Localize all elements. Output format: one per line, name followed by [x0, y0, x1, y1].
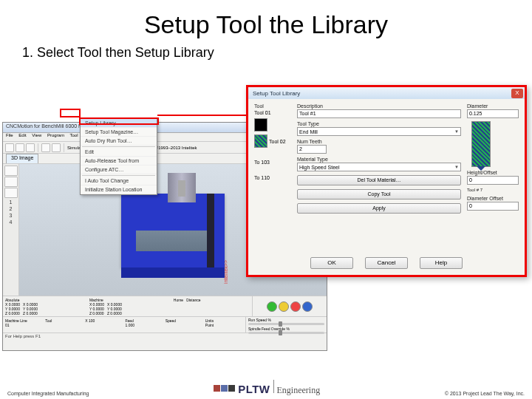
callout-arrow [157, 115, 253, 116]
stop-button[interactable] [290, 301, 301, 312]
sidebar-button[interactable] [4, 188, 18, 198]
toolbar-button[interactable] [16, 143, 24, 152]
feed-override-slider[interactable] [248, 332, 324, 334]
sidebar-button[interactable] [4, 166, 18, 176]
tool-swatch-icon [254, 118, 267, 132]
menu-configure-atc[interactable]: Configure ATC… [81, 166, 157, 174]
sidebar-num: 1 [3, 200, 18, 205]
logo-box-icon [228, 385, 235, 392]
menu-edit[interactable]: Edit [81, 148, 157, 157]
control-buttons [253, 296, 327, 316]
override-panel: Run Speed % Spindle Feed Override % [245, 317, 327, 332]
label-tooltype: Tool Type [297, 121, 461, 126]
highlight-setup-library [79, 117, 159, 125]
tool-list-header: Tool [254, 103, 291, 109]
footer-course-name: Computer Integrated Manufacturing [7, 391, 89, 396]
menu-file[interactable]: File [6, 133, 13, 137]
toolbar-button[interactable] [5, 143, 14, 152]
tool-list-item[interactable]: To 103 [254, 160, 291, 165]
description-input[interactable]: Tool #1 [297, 109, 461, 118]
tool-dropdown-menu: Setup Library… Setup Tool Magazine… Auto… [80, 118, 157, 195]
tool-preview-column: Diameter 0.125 Height/Offset 0 Tool # 7 … [467, 103, 519, 250]
toolbar-button[interactable] [41, 143, 50, 152]
toolbar-button[interactable] [26, 143, 35, 152]
dialog-footer: OK Cancel Help [248, 254, 525, 272]
tooltype-select[interactable]: End Mill▼ [297, 127, 461, 136]
label-diameter: Diameter [467, 103, 519, 109]
sidebar-button[interactable] [4, 177, 18, 187]
instruction-text: 1. Select Tool then Setup Library [0, 45, 532, 68]
menu-autorelease[interactable]: Auto-Release Tool from [81, 157, 157, 166]
tool-swatch-icon [254, 134, 267, 148]
copy-tool-button[interactable]: Copy Tool [297, 189, 461, 200]
chevron-down-icon: ▼ [454, 129, 459, 134]
logo-box-icon [214, 385, 220, 392]
label-diamoff: Diameter Offset [467, 196, 519, 201]
menu-view[interactable]: View [32, 133, 41, 137]
sidebar-num: 4 [3, 219, 18, 225]
label-numteeth: Num Teeth [297, 139, 461, 144]
tool-list-item[interactable]: Tool 01 [254, 110, 291, 115]
menu-auto-tool-change[interactable]: I Auto Tool Change [81, 177, 157, 185]
dialog-title: Setup Tool Library [250, 90, 300, 97]
label-height: Height/Offset [467, 170, 519, 175]
menu-init-station[interactable]: Initialize Station Location [81, 185, 157, 194]
numteeth-input[interactable]: 2 [297, 145, 327, 154]
menu-edit[interactable]: Edit [18, 133, 26, 137]
material-select[interactable]: High Speed Steel▼ [297, 163, 461, 171]
logo-pltw-text: PLTW [238, 383, 270, 395]
label-material: Material Type [297, 157, 461, 162]
help-button[interactable]: Help [420, 257, 463, 269]
toolbar-button[interactable] [52, 143, 61, 152]
menu-program[interactable]: Program [47, 133, 64, 137]
logo-box-icon [221, 385, 228, 392]
sidebar-num: 2 [3, 206, 18, 211]
slide-title: Setup Tool the Library [0, 0, 532, 45]
diamoff-input[interactable]: 0 [467, 202, 519, 211]
slide-footer: Computer Integrated Manufacturing PLTW E… [0, 377, 532, 399]
highlight-tool-menu [60, 109, 81, 117]
menu-setup-magazine[interactable]: Setup Tool Magazine… [81, 128, 157, 137]
footer-copyright: © 2013 Project Lead The Way, Inc. [445, 391, 525, 396]
info-panel: Machine LineTool X 100Feed SpeedUnits 01… [3, 317, 245, 332]
tool-list-item[interactable]: Tool 02 [254, 134, 291, 148]
label-tooln: Tool # 7 [467, 188, 519, 192]
logo-eng-text: Engineering [277, 385, 321, 396]
diameter-input[interactable]: 0.125 [467, 109, 519, 118]
tool-list: Tool Tool 01 Tool 02 To 103 To 110 [254, 103, 291, 250]
height-input[interactable]: 0 [467, 176, 519, 185]
step-button[interactable] [302, 301, 313, 312]
screenshot-composite: CNCMotion for BenchMill 6000 Machining C… [2, 100, 530, 358]
menu-tool[interactable]: Tool [70, 133, 78, 137]
menu-autodry[interactable]: Auto Dry Run Tool… [81, 137, 157, 146]
cancel-button[interactable]: Cancel [365, 257, 408, 269]
position-panel: Absolute Machine HomeDistance X 0.0000X … [3, 296, 253, 316]
tool-form: Description Tool #1 Tool Type End Mill▼ … [297, 103, 461, 250]
tab-3d-image[interactable]: 3D Image [6, 154, 38, 163]
tool-list-item[interactable]: To 110 [254, 175, 291, 180]
pause-button[interactable] [279, 301, 289, 312]
cnc-sidebar: 1 2 3 4 [3, 164, 19, 297]
label-description: Description [297, 103, 461, 109]
cnc-machine-graphic: intelitek>> [121, 194, 225, 267]
run-speed-slider[interactable] [248, 323, 324, 325]
tool-preview-graphic [471, 121, 491, 167]
cnc-bottom-panel: Absolute Machine HomeDistance X 0.0000X … [3, 296, 327, 350]
pltw-logo: PLTW Engineering [214, 380, 320, 396]
play-button[interactable] [267, 301, 277, 312]
chevron-down-icon: ▼ [454, 165, 459, 169]
sidebar-num: 3 [3, 213, 18, 218]
setup-tool-library-dialog: Setup Tool Library X Tool Tool 01 Tool 0… [246, 85, 527, 277]
close-icon[interactable]: X [511, 89, 523, 98]
apply-button[interactable]: Apply [297, 203, 461, 214]
del-tool-material-button[interactable]: Del Tool Material… [297, 175, 461, 185]
ok-button[interactable]: OK [310, 257, 353, 269]
tool-list-item[interactable] [254, 118, 291, 132]
